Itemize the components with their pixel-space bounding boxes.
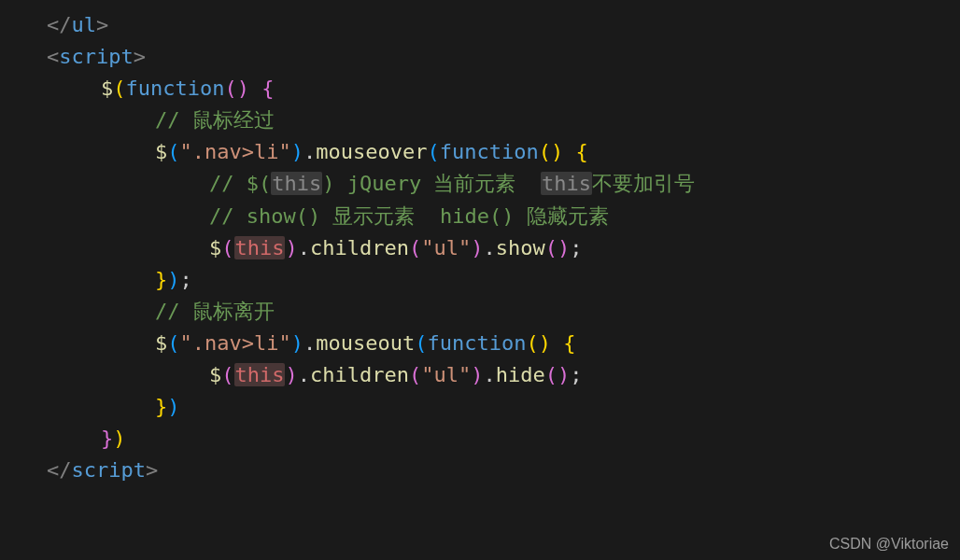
- method-hide: hide: [496, 363, 545, 386]
- paren: (: [539, 140, 551, 163]
- tag-script: script: [59, 45, 133, 68]
- keyword-function: function: [427, 331, 526, 355]
- method-mouseout: mouseout: [316, 331, 415, 355]
- paren: ): [558, 236, 570, 259]
- code-line: // $(this) jQuery 当前元素 this不要加引号: [47, 168, 960, 200]
- paren: (: [167, 331, 179, 355]
- brace: }: [101, 427, 113, 450]
- comment: // $(this) jQuery 当前元素 this不要加引号: [209, 172, 695, 195]
- paren: ): [291, 331, 304, 355]
- space: [563, 140, 575, 163]
- code-line: </ul>: [47, 9, 960, 41]
- code-line: // show() 显示元素 hide() 隐藏元素: [47, 201, 960, 232]
- paren: (: [526, 331, 538, 355]
- paren: ): [551, 140, 563, 163]
- code-line: // 鼠标经过: [47, 105, 960, 136]
- code-line: <script>: [47, 41, 960, 73]
- paren: (: [167, 140, 179, 163]
- dollar-sign: $: [155, 331, 167, 355]
- brace: }: [155, 395, 167, 418]
- brace: {: [563, 331, 575, 355]
- string-literal: ".nav>li": [180, 331, 291, 355]
- paren: (: [545, 236, 558, 259]
- paren: ): [237, 77, 249, 100]
- keyword-this: this: [271, 172, 322, 195]
- keyword-this: this: [234, 363, 286, 386]
- dot: .: [483, 236, 495, 259]
- code-line: });: [47, 264, 960, 296]
- semicolon: ;: [570, 363, 582, 386]
- brace: }: [155, 268, 167, 291]
- paren: (: [409, 236, 421, 259]
- code-line: }): [47, 423, 960, 455]
- code-line: </script>: [47, 455, 960, 486]
- paren: (: [427, 140, 439, 163]
- method-children: children: [310, 236, 409, 259]
- paren: (: [545, 363, 558, 386]
- semicolon: ;: [180, 268, 192, 291]
- paren: ): [291, 140, 304, 163]
- dollar-sign: $: [209, 363, 221, 386]
- code-line: }): [47, 391, 960, 423]
- paren: ): [558, 363, 570, 386]
- tag-bracket: <: [47, 45, 59, 68]
- code-editor: </ul> <script> $(function() { // 鼠标经过 $(…: [0, 0, 960, 496]
- code-line: $(".nav>li").mouseout(function() {: [47, 328, 960, 359]
- paren: (: [409, 363, 421, 386]
- paren: ): [167, 268, 179, 291]
- keyword-function: function: [440, 140, 539, 163]
- paren: (: [113, 77, 125, 100]
- tag-ul: ul: [72, 13, 97, 36]
- string-literal: "ul": [421, 236, 471, 259]
- dot: .: [298, 363, 310, 386]
- comment: // 鼠标离开: [155, 300, 275, 323]
- brace: {: [575, 140, 587, 163]
- paren: ): [539, 331, 551, 355]
- paren: ): [285, 236, 297, 259]
- dot: .: [304, 331, 316, 355]
- paren: ): [471, 236, 483, 259]
- tag-bracket: </: [47, 13, 72, 36]
- paren: ): [113, 427, 125, 450]
- comment: // 鼠标经过: [155, 108, 275, 132]
- dot: .: [304, 140, 316, 163]
- code-line: // 鼠标离开: [47, 296, 960, 328]
- semicolon: ;: [570, 236, 582, 259]
- tag-bracket: >: [146, 458, 158, 482]
- string-literal: "ul": [421, 363, 471, 386]
- space: [249, 77, 261, 100]
- dot: .: [483, 363, 495, 386]
- paren: (: [224, 77, 236, 100]
- tag-bracket: >: [96, 13, 108, 36]
- keyword-this: this: [541, 172, 592, 195]
- paren: (: [221, 363, 233, 386]
- string-literal: ".nav>li": [180, 140, 291, 163]
- paren: (: [221, 236, 233, 259]
- method-mouseover: mouseover: [316, 140, 427, 163]
- comment: // show() 显示元素 hide() 隐藏元素: [209, 204, 609, 228]
- tag-bracket: </: [47, 458, 72, 482]
- method-show: show: [496, 236, 545, 259]
- dollar-sign: $: [155, 140, 167, 163]
- dollar-sign: $: [101, 77, 113, 100]
- paren: (: [415, 331, 427, 355]
- keyword-this: this: [234, 236, 286, 259]
- method-children: children: [310, 363, 409, 386]
- paren: ): [471, 363, 483, 386]
- paren: ): [167, 395, 179, 418]
- code-line: $(".nav>li").mouseover(function() {: [47, 136, 960, 168]
- code-line: $(function() {: [47, 73, 960, 105]
- paren: ): [285, 363, 297, 386]
- dollar-sign: $: [209, 236, 221, 259]
- code-line: $(this).children("ul").hide();: [47, 359, 960, 391]
- brace: {: [261, 77, 274, 100]
- tag-script: script: [72, 458, 146, 482]
- keyword-function: function: [126, 77, 225, 100]
- space: [551, 331, 563, 355]
- code-line: $(this).children("ul").show();: [47, 232, 960, 264]
- dot: .: [298, 236, 310, 259]
- tag-bracket: >: [134, 45, 146, 68]
